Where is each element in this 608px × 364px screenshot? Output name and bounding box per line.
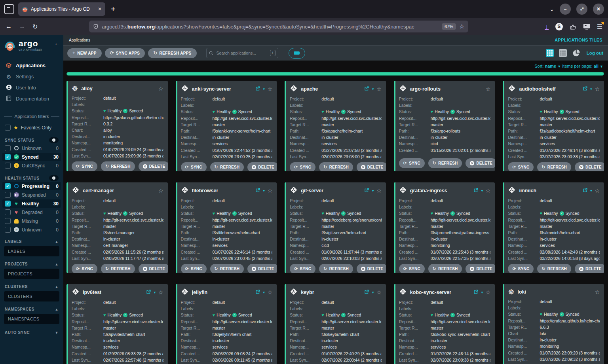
pie-chart-view-icon[interactable] — [572, 49, 580, 57]
app-tile-anki-sync-server[interactable]: anki-sync-server▼☆Project:defaultLabels:… — [176, 81, 277, 171]
tab-list-icon[interactable] — [4, 4, 14, 14]
tile-sync-button[interactable]: ⟳SYNC — [72, 264, 97, 273]
sidebar-item-applications[interactable]: Applications — [0, 60, 63, 71]
favorites-checkbox[interactable] — [5, 125, 11, 131]
filter-checkbox[interactable] — [5, 209, 11, 215]
sort-caret-icon[interactable]: ▼ — [557, 64, 561, 68]
chevron-down-icon[interactable]: ▼ — [590, 189, 593, 193]
tile-sync-button[interactable]: ⟳SYNC — [399, 158, 425, 168]
tile-refresh-button[interactable]: ↻REFRESH — [101, 161, 135, 171]
app-tile-keybr[interactable]: keybr▼☆Project:defaultLabels:Status:♥Hea… — [285, 284, 386, 364]
sync-apps-button[interactable]: ⟳SYNC APPS — [105, 48, 145, 58]
back-icon[interactable]: ← — [6, 23, 12, 30]
breadcrumb[interactable]: Applications — [69, 38, 90, 42]
screen-share-icon[interactable] — [583, 23, 590, 30]
chevron-down-icon[interactable]: ▼ — [371, 291, 374, 294]
autosync-section-header[interactable]: AUTO SYNC ▼ — [5, 330, 59, 335]
filter-item-missing[interactable]: Missing0 — [2, 217, 61, 225]
downloads-icon[interactable]: ↓ — [545, 24, 549, 30]
filter-item-unknown[interactable]: ?Unknown0 — [2, 226, 61, 234]
favorite-star-icon[interactable]: ☆ — [376, 86, 382, 92]
favorites-only-filter[interactable]: ★ Favorites Only — [2, 123, 61, 132]
logout-button[interactable]: Log out — [587, 51, 603, 55]
chevron-down-icon[interactable]: ▼ — [262, 291, 266, 294]
section-header-labels[interactable]: LABELS▲ — [5, 239, 59, 244]
app-tile-argo-rollouts[interactable]: argo-rollouts☆Project:defaultLabels:Stat… — [394, 81, 495, 171]
search-box[interactable]: / — [206, 48, 278, 58]
tile-sync-button[interactable]: ⟳SYNC — [290, 162, 315, 171]
filter-checkbox[interactable] — [5, 218, 11, 224]
app-tile-apache[interactable]: apache▼☆Project:defaultLabels:Status:♥He… — [285, 81, 386, 171]
labels-input[interactable] — [4, 246, 59, 256]
external-link-icon[interactable] — [473, 187, 479, 194]
tile-delete-button[interactable]: ✕DELETE — [247, 162, 277, 171]
app-tile-alloy[interactable]: ☸alloy☆Project:defaultLabels:Status:♥Hea… — [66, 81, 168, 171]
tile-delete-button[interactable]: ✕DELETE — [575, 264, 604, 273]
external-link-icon[interactable] — [583, 187, 588, 194]
app-tile-audiobookshelf[interactable]: audiobookshelf▼☆Project:defaultLabels:St… — [503, 81, 604, 171]
sidebar-item-documentation[interactable]: Documentation — [0, 93, 63, 104]
clusters-input[interactable] — [4, 291, 59, 301]
favorite-star-icon[interactable]: ☆ — [595, 289, 600, 295]
external-link-icon[interactable] — [364, 85, 369, 93]
tile-refresh-button[interactable]: ↻REFRESH — [319, 264, 353, 273]
favorite-star-icon[interactable]: ☆ — [158, 188, 163, 194]
favorite-star-icon[interactable]: ☆ — [595, 188, 600, 194]
tile-sync-button[interactable]: ⟳SYNC — [508, 162, 534, 171]
favorite-star-icon[interactable]: ☆ — [376, 188, 382, 194]
per-page-caret-icon[interactable]: ▼ — [600, 64, 603, 68]
tile-delete-button[interactable]: ✕DELETE — [575, 162, 604, 171]
chevron-down-icon[interactable]: ▼ — [262, 87, 266, 91]
tile-delete-button[interactable]: ✕DELETE — [357, 264, 386, 273]
favorite-star-icon[interactable]: ☆ — [376, 289, 382, 296]
tile-refresh-button[interactable]: ↻REFRESH — [428, 158, 462, 168]
sidebar-item-user-info[interactable]: User Info — [0, 82, 63, 93]
section-header-namespaces[interactable]: NAMESPACES▲ — [5, 307, 59, 311]
favorite-star-icon[interactable]: ☆ — [486, 188, 491, 194]
tile-refresh-button[interactable]: ↻REFRESH — [101, 264, 135, 273]
bookmark-star-icon[interactable]: ☆ — [459, 23, 464, 30]
zoom-level-badge[interactable]: 67% — [442, 23, 456, 30]
tile-sync-button[interactable]: ⟳SYNC — [181, 162, 207, 171]
new-tab-button[interactable]: + — [111, 5, 116, 13]
sidebar-item-settings[interactable]: ⚙Settings — [0, 71, 63, 82]
filter-checkbox[interactable]: ✓ — [5, 201, 11, 207]
filter-checkbox[interactable] — [5, 192, 11, 198]
app-tile-filebrowser[interactable]: filebrowser▼☆Project:defaultLabels:Statu… — [176, 182, 277, 273]
tile-refresh-button[interactable]: ↻REFRESH — [537, 264, 571, 273]
favorite-star-icon[interactable]: ☆ — [486, 289, 491, 296]
tile-delete-button[interactable]: ✕DELETE — [466, 264, 495, 273]
app-tile-git-server[interactable]: git-server▼☆Project:defaultLabels:Status… — [285, 182, 386, 273]
filter-item-outofsync[interactable]: ↑OutOfSync0 — [2, 161, 61, 170]
tile-delete-button[interactable]: ✕DELETE — [139, 264, 168, 273]
chevron-down-icon[interactable]: ▼ — [371, 87, 374, 91]
chevron-down-icon[interactable]: ▼ — [590, 87, 593, 91]
reload-icon[interactable]: ↻ — [32, 23, 38, 30]
tab-close-icon[interactable]: ✕ — [98, 6, 102, 12]
external-link-icon[interactable] — [473, 289, 479, 296]
projects-input[interactable] — [4, 269, 59, 279]
favorite-star-icon[interactable]: ☆ — [486, 86, 491, 92]
filter-item-synced[interactable]: ✓✓Synced30 — [2, 153, 61, 161]
chevron-down-icon[interactable]: ▼ — [153, 291, 156, 294]
tile-refresh-button[interactable]: ↻REFRESH — [428, 264, 462, 273]
window-restore-button[interactable]: ⤢ — [576, 4, 587, 15]
app-tile-cert-manager[interactable]: cert-manager☆Project:defaultLabels:Statu… — [66, 182, 168, 273]
filter-item-suspended[interactable]: Suspended0 — [2, 191, 61, 199]
favorite-star-icon[interactable]: ☆ — [595, 86, 600, 92]
chevron-down-icon[interactable]: ▼ — [481, 189, 484, 193]
external-link-icon[interactable] — [364, 289, 369, 296]
tile-delete-button[interactable]: ✕DELETE — [466, 158, 495, 168]
filter-pill-toggle[interactable] — [289, 48, 305, 59]
search-input[interactable] — [216, 50, 268, 56]
tile-delete-button[interactable]: ✕DELETE — [139, 161, 168, 171]
favorite-star-icon[interactable]: ☆ — [268, 86, 273, 92]
external-link-icon[interactable] — [255, 85, 260, 93]
window-close-button[interactable]: ✕ — [593, 4, 604, 15]
app-tile-immich[interactable]: immich▼☆Project:defaultLabels:Status:♥He… — [503, 182, 604, 273]
tile-refresh-button[interactable]: ↻REFRESH — [210, 162, 244, 171]
tile-delete-button[interactable]: ✕DELETE — [247, 264, 277, 273]
extension-s-icon[interactable]: S — [555, 23, 563, 30]
per-page-value[interactable]: all — [594, 64, 598, 68]
browser-tab[interactable]: Applications Tiles - Argo CD ✕ — [18, 2, 105, 16]
